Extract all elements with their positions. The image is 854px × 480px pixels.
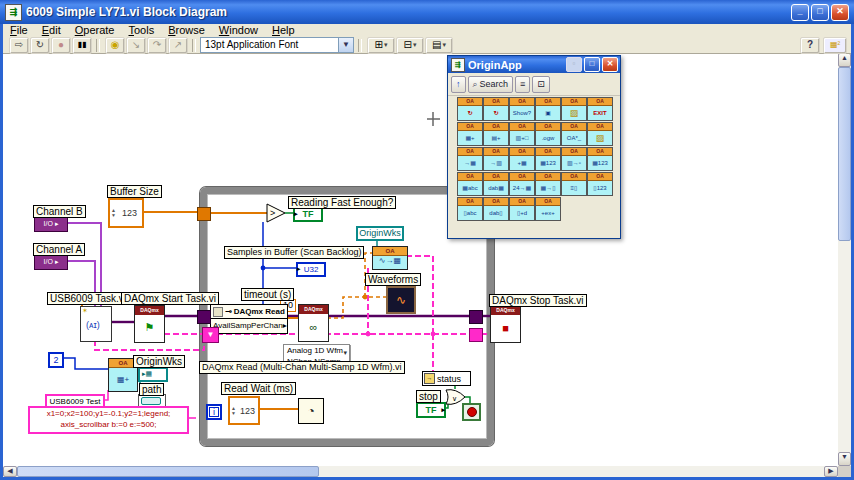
menu-browse[interactable]: Browse (161, 24, 212, 37)
channel-a-control[interactable]: I/O ▸ (34, 255, 68, 270)
buffer-size-control[interactable]: ▲▼ 123 (108, 198, 144, 228)
oa-new-worksheet-icon[interactable]: OA▦+ (457, 122, 483, 146)
oa-table-num-icon[interactable]: OA▦123 (587, 147, 613, 171)
daqmx-start-task-node[interactable]: DAQmx ⚑ (134, 305, 165, 343)
shift-register-left[interactable]: ▼ (202, 327, 219, 343)
usb6009-task-node[interactable]: ✶ (ᴀɪ) (80, 306, 112, 342)
channel-b-control[interactable]: I/O ▸ (34, 217, 68, 232)
oa-col-abc-icon[interactable]: OA▯abc (457, 197, 483, 221)
originapp-palette[interactable]: ⇶ OriginApp ▫ □ ✕ ↑ ⌕ Search ≡ ⊡ OA↻OA↻O… (447, 55, 621, 239)
vi-icon-pane[interactable]: ▦² (823, 37, 847, 54)
palette-restore-button[interactable]: ▫ (566, 57, 582, 72)
oa-save-icon[interactable]: OA▣ (535, 97, 561, 121)
oa-exit-icon[interactable]: OAEXIT (587, 97, 613, 121)
palette-close-button[interactable]: ✕ (602, 57, 618, 72)
spinner-icon[interactable]: ▲▼ (230, 406, 237, 416)
oa-table-dab-icon[interactable]: OAdab▦ (483, 172, 509, 196)
daqmx-stop-task-node[interactable]: DAQmx ■ (490, 305, 521, 343)
palette-pin-button[interactable]: ⊡ (532, 76, 550, 93)
vertical-scrollbar[interactable]: ▲ ▼ (838, 53, 851, 466)
palette-up-button[interactable]: ↑ (451, 76, 466, 93)
abort-button[interactable]: ● (51, 37, 71, 54)
scroll-up-button[interactable]: ▲ (838, 53, 851, 67)
horizontal-scroll-thumb[interactable] (17, 466, 319, 477)
menu-edit[interactable]: Edit (35, 24, 68, 37)
oa-list-col-icon[interactable]: OA≡▯ (561, 172, 587, 196)
originwks-indicator[interactable]: ▸▦ (138, 367, 168, 382)
samples-indicator[interactable]: ▸U32 (296, 262, 326, 277)
context-help-button[interactable]: ? (800, 37, 820, 54)
pause-button[interactable]: ▮▮ (72, 37, 92, 54)
oa-show-icon[interactable]: OAShow? (509, 97, 535, 121)
oa-folder-icon[interactable]: OA▨ (587, 122, 613, 146)
reorder-button[interactable]: ▤▾ (425, 37, 453, 54)
palette-title-bar[interactable]: ⇶ OriginApp ▫ □ ✕ (448, 56, 620, 73)
unbundle-status-node[interactable]: → status (422, 371, 471, 386)
oa-load-ogw-icon[interactable]: OA.ogw (535, 122, 561, 146)
tunnel-buffer-size[interactable] (197, 207, 211, 221)
horizontal-scrollbar[interactable]: ◀ ▶ (3, 466, 838, 477)
wait-ms-node[interactable]: ◔ (298, 398, 324, 424)
oa-col-dab-icon[interactable]: OAdab▯ (483, 197, 509, 221)
oa-update-worksheet-node[interactable]: OA ∿→▦ (372, 246, 408, 270)
highlight-execution-button[interactable]: ◉ (105, 37, 125, 54)
run-button[interactable]: ⇨ (9, 37, 29, 54)
oa-new-matrix-icon[interactable]: OA▥+□ (509, 122, 535, 146)
oa-table-abc-icon[interactable]: OA▦abc (457, 172, 483, 196)
oa-table-col-icon[interactable]: OA▦→▯ (535, 172, 561, 196)
title-bar[interactable]: ⇶ 6009 Simple LY71.vi Block Diagram _ □ … (0, 0, 854, 24)
scroll-down-button[interactable]: ▼ (838, 452, 851, 466)
daqmx-read-node[interactable]: DAQmx ∞ (298, 304, 329, 342)
menu-window[interactable]: Window (212, 24, 265, 37)
waveforms-indicator[interactable]: ∿ (386, 286, 416, 314)
align-objects-button[interactable]: ⊞▾ (367, 37, 395, 54)
close-button[interactable]: ✕ (831, 4, 849, 21)
font-dropdown-arrow[interactable]: ▼ (338, 38, 353, 52)
distribute-objects-button[interactable]: ⊟▾ (396, 37, 424, 54)
oa-col-123-icon[interactable]: OA▯123 (587, 172, 613, 196)
oa-put-table-icon[interactable]: OA→▦ (457, 147, 483, 171)
menu-tools[interactable]: Tools (121, 24, 161, 37)
step-into-button[interactable]: ↘ (126, 37, 146, 54)
stop-control[interactable]: TF▸ (416, 402, 446, 418)
constant-2[interactable]: 2 (48, 352, 64, 368)
loop-condition-terminal[interactable] (462, 403, 481, 421)
vertical-scroll-thumb[interactable] (838, 67, 851, 241)
oa-table-24-icon[interactable]: OA24→▦ (509, 172, 535, 196)
oa-col-ex-icon[interactable]: OA+ex+ (535, 197, 561, 221)
oa-col-put-icon[interactable]: OA▥→▫ (561, 147, 587, 171)
step-out-button[interactable]: ↗ (168, 37, 188, 54)
iteration-terminal[interactable]: i (206, 404, 222, 420)
scroll-left-button[interactable]: ◀ (3, 466, 17, 477)
step-over-button[interactable]: ↷ (147, 37, 167, 54)
tunnel-task-out[interactable] (469, 310, 483, 324)
menu-help[interactable]: Help (265, 24, 302, 37)
palette-maximize-button[interactable]: □ (584, 57, 600, 72)
minimize-button[interactable]: _ (791, 4, 809, 21)
oa-new-graph-icon[interactable]: OA▤+ (483, 122, 509, 146)
menu-file[interactable]: File (3, 24, 35, 37)
originwks-local[interactable]: OriginWks (356, 226, 404, 241)
daqmx-read-property-node[interactable]: ⊸DAQmx Read AvailSampPerChan▸ (210, 304, 288, 334)
tunnel-error-out[interactable] (469, 328, 483, 342)
oa-connect-icon[interactable]: OA↻ (457, 97, 483, 121)
palette-view-button[interactable]: ≡ (515, 76, 530, 93)
spinner-icon[interactable]: ▲▼ (110, 208, 117, 218)
oa-reconnect-icon[interactable]: OA↻ (483, 97, 509, 121)
scroll-right-button[interactable]: ▶ (824, 466, 838, 477)
oa-put-cols-icon[interactable]: OA→▥ (483, 147, 509, 171)
oa-add-table-icon[interactable]: OA+▦ (509, 147, 535, 171)
oa-open-icon[interactable]: OA▨ (561, 97, 587, 121)
oa-command-icon[interactable]: OAOA*_ (561, 122, 587, 146)
palette-search-button[interactable]: ⌕ Search (468, 76, 514, 93)
font-selector[interactable]: 13pt Application Font ▼ (200, 37, 354, 53)
script-constant[interactable]: x1=0;x2=100;y1=-0.1;y2=1;legend; axis_sc… (28, 406, 189, 434)
maximize-button[interactable]: □ (811, 4, 829, 21)
menu-operate[interactable]: Operate (68, 24, 122, 37)
oa-tile-header: OA (510, 173, 534, 181)
read-wait-control[interactable]: ▲▼ 123 (228, 396, 260, 425)
oa-col-add-icon[interactable]: OA▯+d (509, 197, 535, 221)
run-continuous-button[interactable]: ↻ (30, 37, 50, 54)
tunnel-task-in[interactable] (197, 310, 211, 324)
oa-table-123-icon[interactable]: OA▦123 (535, 147, 561, 171)
